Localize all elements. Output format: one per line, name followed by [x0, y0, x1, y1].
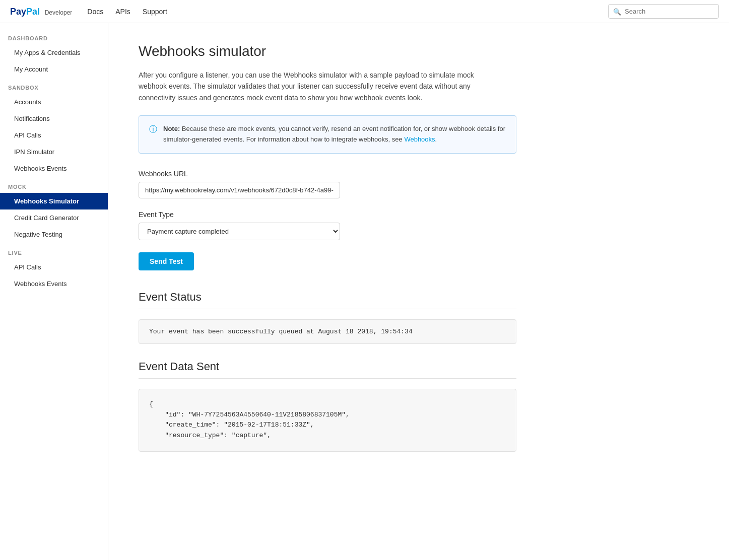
page-description: After you configure a listener, you can … — [139, 69, 501, 103]
event-type-select[interactable]: Payment capture completed Payment captur… — [139, 223, 340, 240]
sidebar-item-webhooks-events-sandbox[interactable]: Webhooks Events — [0, 160, 108, 177]
event-data-heading: Event Data Sent — [139, 360, 683, 373]
event-type-group: Event Type Payment capture completed Pay… — [139, 211, 340, 240]
mock-section-label: MOCK — [0, 177, 108, 193]
logo: PayPal Developer — [10, 6, 72, 17]
sidebar-item-api-calls-live[interactable]: API Calls — [0, 259, 108, 275]
dashboard-section-label: DASHBOARD — [0, 28, 108, 44]
search-icon: 🔍 — [613, 8, 621, 15]
main-content: Webhooks simulator After you configure a… — [108, 23, 713, 482]
webhooks-url-group: Webhooks URL — [139, 170, 340, 198]
paypal-logo-text: PayPal Developer — [10, 6, 72, 17]
note-bold: Note: — [163, 125, 180, 132]
sidebar-item-credit-card-generator[interactable]: Credit Card Generator — [0, 209, 108, 226]
webhooks-url-input[interactable] — [139, 182, 340, 198]
event-status-divider — [139, 309, 516, 309]
search-input[interactable] — [608, 4, 719, 19]
event-data-divider — [139, 378, 516, 379]
sidebar-item-negative-testing[interactable]: Negative Testing — [0, 226, 108, 243]
search-wrapper: 🔍 — [608, 4, 719, 19]
sidebar-item-ipn-simulator[interactable]: IPN Simulator — [0, 144, 108, 160]
sidebar-item-notifications[interactable]: Notifications — [0, 110, 108, 127]
sidebar-item-apps-credentials[interactable]: My Apps & Credentials — [0, 44, 108, 61]
event-status-box: Your event has been successfully queued … — [139, 319, 516, 344]
header: PayPal Developer Docs APIs Support 🔍 — [0, 0, 729, 23]
event-data-box: { "id": "WH-7Y7254563A4550640-11V2185806… — [139, 389, 516, 452]
note-suffix: . — [435, 135, 437, 143]
sidebar-item-webhooks-simulator[interactable]: Webhooks Simulator — [0, 193, 108, 209]
sidebar-item-accounts[interactable]: Accounts — [0, 94, 108, 110]
note-content: Note: Because these are mock events, you… — [163, 124, 506, 145]
note-box: ⓘ Note: Because these are mock events, y… — [139, 115, 516, 154]
developer-label: Developer — [45, 9, 73, 16]
top-nav: Docs APIs Support — [87, 8, 167, 16]
nav-support[interactable]: Support — [143, 8, 167, 16]
live-section-label: LIVE — [0, 243, 108, 259]
webhooks-link[interactable]: Webhooks — [404, 135, 435, 143]
nav-docs[interactable]: Docs — [87, 8, 103, 16]
page-title: Webhooks simulator — [139, 43, 683, 59]
sidebar-item-my-account[interactable]: My Account — [0, 61, 108, 78]
nav-apis[interactable]: APIs — [115, 8, 130, 16]
sidebar: DASHBOARD My Apps & Credentials My Accou… — [0, 23, 108, 482]
event-status-heading: Event Status — [139, 291, 683, 304]
event-type-label: Event Type — [139, 211, 340, 219]
event-status-message: Your event has been successfully queued … — [149, 328, 413, 335]
sandbox-section-label: SANDBOX — [0, 78, 108, 94]
sidebar-item-webhooks-events-live[interactable]: Webhooks Events — [0, 275, 108, 292]
info-icon: ⓘ — [149, 124, 157, 145]
webhooks-url-label: Webhooks URL — [139, 170, 340, 178]
note-text: Because these are mock events, you canno… — [163, 125, 505, 143]
sidebar-item-api-calls-sandbox[interactable]: API Calls — [0, 127, 108, 144]
send-test-button[interactable]: Send Test — [139, 252, 194, 270]
